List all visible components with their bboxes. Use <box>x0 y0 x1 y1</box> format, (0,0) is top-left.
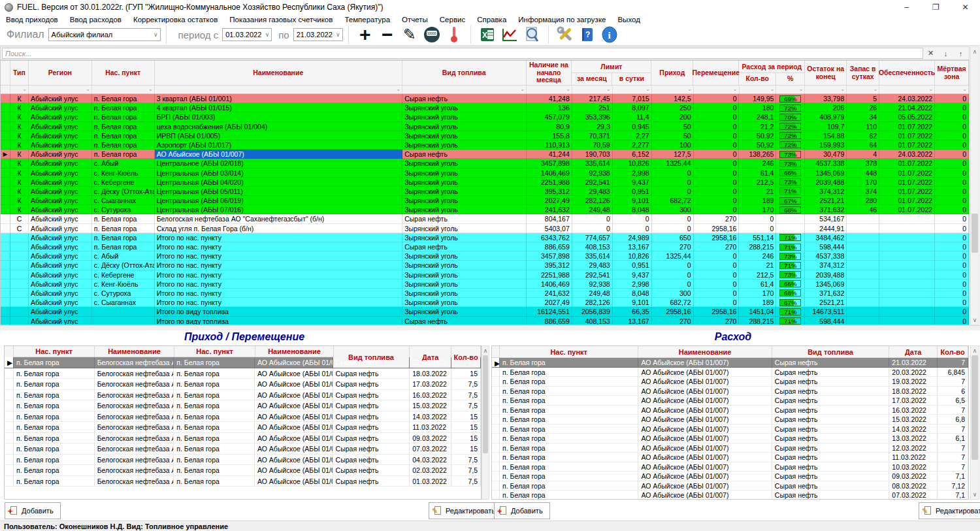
income-row[interactable]: п. Белая гораБелогоская нефтебаза АО "Са… <box>5 465 481 476</box>
filter-cell-move[interactable]: ⌄ <box>694 86 740 93</box>
filter-dropdown-icon[interactable]: ⌄ <box>520 86 525 93</box>
fuel-row[interactable]: Абыйский улусИтого по виду топливаСырая … <box>1 317 969 326</box>
filter-cell-fuel[interactable]: ⌄ <box>402 86 527 93</box>
filter-dropdown-icon[interactable]: ⌄ <box>962 86 967 93</box>
chart-icon[interactable] <box>498 25 521 44</box>
column-header-end[interactable]: Остаток на конец <box>805 61 847 86</box>
fuel-row[interactable]: КАбыйский улусс. Дёску (Оттох-Атах)Центр… <box>1 187 969 196</box>
column-header-limit_month[interactable]: за месяц <box>572 73 612 86</box>
column-header-from_name[interactable]: Наименование <box>95 346 174 357</box>
column-header-fuel[interactable]: Вид топлива <box>772 346 890 358</box>
info-icon[interactable]: i <box>598 25 621 44</box>
scroll-up-icon[interactable]: ∧ <box>482 347 489 355</box>
column-header-type[interactable]: Тип <box>10 61 29 86</box>
fuel-row[interactable]: Абыйский улусс. КебергенеИтого по нас. п… <box>1 270 969 280</box>
filter-cell-rashod_pct[interactable]: ⌄ <box>776 86 805 93</box>
scroll-up-icon[interactable]: ∧ <box>971 347 979 355</box>
scroll-thumb[interactable] <box>972 355 978 460</box>
period-from-picker[interactable]: 01.03.2022∨ <box>222 28 272 41</box>
income-edit-button[interactable]: ✎ Редактировать <box>429 502 502 519</box>
income-row[interactable]: п. Белая гораБелогоская нефтебаза АО "Са… <box>5 379 481 390</box>
fuel-row[interactable]: КАбыйский улусп. Белая горацеха водоснаб… <box>1 122 969 131</box>
fuel-row[interactable]: КАбыйский улусп. Белая гора4 квартал (АБ… <box>1 103 969 112</box>
menu-item-9[interactable]: Выход <box>612 16 645 24</box>
fuel-row[interactable]: КАбыйский улусп. Белая гораАэропорт (АБЫ… <box>1 140 969 150</box>
expense-row[interactable]: п. Белая гораАО Абыйское (АБЫ 01/007)Сыр… <box>492 425 968 434</box>
income-row[interactable]: п. Белая гораБелогоская нефтебаза АО "Са… <box>5 400 481 411</box>
scroll-thumb[interactable] <box>483 355 488 453</box>
filter-cell-prihod[interactable]: ⌄ <box>652 86 694 93</box>
filter-dropdown-icon[interactable]: ⌄ <box>645 86 650 93</box>
column-header-town[interactable]: Нас. пункт <box>92 61 155 86</box>
filter-cell-name[interactable]: ⌄ <box>155 86 402 93</box>
expense-row[interactable]: п. Белая гораАО Абыйское (АБЫ 01/007)Сыр… <box>492 387 968 396</box>
fuel-row[interactable]: Абыйский улусс. СутурохаИтого по нас. пу… <box>1 289 969 298</box>
column-header-rashod_pct[interactable]: % <box>776 73 805 86</box>
fuel-row[interactable]: САбыйский улусп. Белая гораБелогоская не… <box>1 214 969 223</box>
menu-item-0[interactable]: Ввод приходов <box>0 16 64 24</box>
column-header-dead[interactable]: Мёртвая зона <box>935 61 969 86</box>
fuel-row[interactable]: КАбыйский улусс. СыаганнахЦентральная (А… <box>1 196 969 205</box>
expense-row[interactable]: п. Белая гораАО Абыйское (АБЫ 01/007)Сыр… <box>492 396 968 406</box>
filter-dropdown-icon[interactable]: ⌄ <box>687 86 692 93</box>
column-header-region[interactable]: Регион <box>29 61 92 86</box>
menu-item-7[interactable]: Справка <box>471 16 512 24</box>
expense-row[interactable]: п. Белая гораАО Абыйское (АБЫ 01/007)Сыр… <box>492 453 968 462</box>
fuel-row[interactable]: КАбыйский улусс. АбыйЦентральное (АБЫ 02… <box>1 159 969 168</box>
expense-row[interactable]: ▶п. Белая гораАО Абыйское (АБЫ 01/007)Сы… <box>492 358 968 368</box>
income-row[interactable]: п. Белая гораБелогоская нефтебаза АО "Са… <box>5 390 481 401</box>
fuel-row[interactable]: Абыйский улусс. АбыйИтого по нас. пункту… <box>1 251 969 261</box>
filter-dropdown-icon[interactable]: ⌄ <box>148 86 153 93</box>
expense-row[interactable]: п. Белая гораАО Абыйское (АБЫ 01/007)Сыр… <box>492 368 968 378</box>
excel-export-icon[interactable]: X <box>476 25 498 44</box>
expense-row[interactable]: п. Белая гораАО Абыйское (АБЫ 01/007)Сыр… <box>492 481 968 491</box>
fuel-row[interactable]: ▶КАбыйский улусп. Белая гораАО Абыйское … <box>1 150 969 159</box>
column-header-to_name[interactable]: Наименование <box>255 346 334 357</box>
income-row[interactable]: п. Белая гораБелогоская нефтебаза АО "Са… <box>5 476 481 487</box>
help-icon[interactable]: ? <box>576 25 598 44</box>
filter-cell-days[interactable]: ⌄ <box>847 86 879 93</box>
column-header-to_town[interactable]: Нас. пункт <box>174 346 255 357</box>
filter-dropdown-icon[interactable]: ⌄ <box>733 86 738 93</box>
filter-cell-sel[interactable] <box>1 86 10 93</box>
search-input[interactable]: Поиск... <box>2 48 923 59</box>
column-header-rashod_qty[interactable]: Кол-во <box>739 73 776 86</box>
fuel-row[interactable]: КАбыйский улусс. КебергенеЦентральная (А… <box>1 178 969 187</box>
search-clear-icon[interactable]: ✕ <box>923 49 938 57</box>
scroll-up-icon[interactable]: ∧ <box>971 48 979 56</box>
expense-add-button[interactable]: + Добавить <box>494 502 550 519</box>
income-row[interactable]: п. Белая гораБелогоская нефтебаза АО "Са… <box>5 443 481 455</box>
income-row[interactable]: п. Белая гораБелогоская нефтебаза АО "Са… <box>5 368 481 379</box>
income-row[interactable]: п. Белая гораБелогоская нефтебаза АО "Са… <box>5 422 481 433</box>
filter-dropdown-icon[interactable]: ⌄ <box>86 86 90 93</box>
preview-icon[interactable] <box>521 25 543 44</box>
minimize-button[interactable]: – <box>892 0 921 14</box>
menu-item-4[interactable]: Температура <box>338 16 396 24</box>
add-icon[interactable]: + <box>354 25 376 44</box>
filter-cell-rashod_qty[interactable]: ⌄ <box>740 86 777 93</box>
column-header-prihod[interactable]: Приход <box>651 61 693 86</box>
column-header-fuel[interactable]: Вид топлива <box>402 61 527 86</box>
edit-icon[interactable]: ✎ <box>399 25 421 44</box>
restore-button[interactable]: ❐ <box>921 0 951 14</box>
menu-item-1[interactable]: Ввод расходов <box>64 16 127 24</box>
fuel-row[interactable]: Абыйский улусс. СыаганнахИтого по нас. п… <box>1 298 969 307</box>
expense-edit-button[interactable]: ✎ Редактировать <box>919 502 980 519</box>
scroll-down-icon[interactable]: ∨ <box>971 316 979 324</box>
fuel-row[interactable]: КАбыйский улусс. Кенг-КюёльЦентральная (… <box>1 169 969 178</box>
fuel-row[interactable]: КАбыйский улусп. Белая гораИРВП (АБЫ 01/… <box>1 131 969 140</box>
income-row[interactable]: п. Белая гораБелогоская нефтебаза АО "Са… <box>5 455 481 466</box>
income-row[interactable]: ▶п. Белая гораБелогоская нефтебаза АО "С… <box>5 357 481 368</box>
fuel-row[interactable]: Абыйский улусс. Кенг-КюёльИтого по нас. … <box>1 280 969 289</box>
thermometer-icon[interactable] <box>443 25 465 44</box>
scroll-thumb[interactable] <box>972 214 978 253</box>
expense-row[interactable]: п. Белая гораАО Абыйское (АБЫ 01/007)Сыр… <box>492 443 968 453</box>
menu-item-3[interactable]: Показания газовых счетчиков <box>223 16 338 24</box>
branch-combobox[interactable]: Абыйский филиал∨ <box>48 28 161 41</box>
column-header-from_town[interactable]: Нас. пункт <box>14 346 95 357</box>
menu-item-6[interactable]: Сервис <box>434 16 471 24</box>
search-prev-icon[interactable]: ↑ <box>953 50 968 57</box>
column-header-limit_day[interactable]: в сутки <box>612 73 651 86</box>
scroll-down-icon[interactable]: ∨ <box>971 491 979 498</box>
column-header-date[interactable]: Дата <box>889 346 938 358</box>
